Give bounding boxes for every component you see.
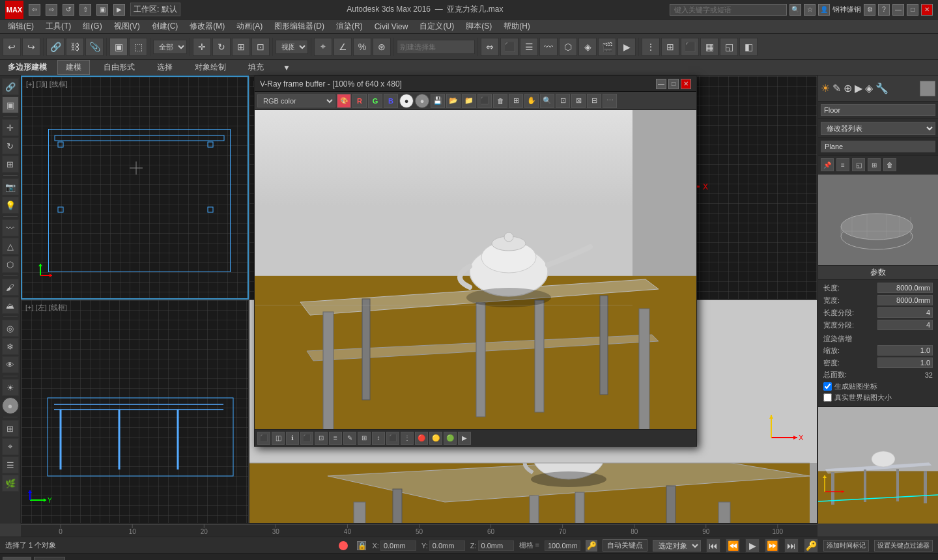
vray-gray-btn[interactable]: ●: [415, 94, 429, 108]
param-lseg-value[interactable]: [877, 307, 933, 318]
lt-move-button[interactable]: ✛: [2, 119, 19, 136]
lt-terrain-button[interactable]: ⛰: [2, 297, 19, 314]
angle-snap-button[interactable]: ∠: [334, 38, 352, 56]
sub-icon-1[interactable]: ▼: [283, 63, 291, 72]
lt-shape-button[interactable]: △: [2, 238, 19, 255]
search-input[interactable]: [670, 4, 787, 16]
layer-button[interactable]: ☰: [520, 38, 538, 56]
lt-geo-button[interactable]: ⬡: [2, 256, 19, 273]
tab-modeling[interactable]: 建模: [57, 60, 90, 75]
task-mat-tab[interactable]: 材... ✕: [34, 557, 65, 561]
right-mini-viewport[interactable]: [818, 406, 938, 524]
vray-color-btn[interactable]: 🎨: [337, 94, 351, 108]
extra-btn-1[interactable]: ⋮: [642, 38, 660, 56]
vb-btn-10[interactable]: ⬛: [386, 432, 399, 445]
set-key-filter-button[interactable]: 设置关键点过滤器: [874, 540, 933, 552]
play-btn-prev[interactable]: ⏪: [726, 539, 740, 553]
param-wseg-value[interactable]: [877, 320, 933, 330]
vb-btn-3[interactable]: ℹ: [286, 432, 299, 445]
bind-button[interactable]: 📎: [85, 38, 104, 56]
viewport-top[interactable]: [+] [顶] [线框]: [21, 76, 249, 300]
menu-render[interactable]: 渲染(R): [331, 20, 368, 33]
vb-btn-1[interactable]: ⬛: [257, 432, 270, 445]
star-button[interactable]: ☆: [804, 4, 816, 16]
y-input[interactable]: [429, 540, 465, 551]
align-button[interactable]: ⬛: [500, 38, 519, 56]
param-density-value[interactable]: [877, 357, 933, 368]
play-btn-play[interactable]: ▶: [745, 539, 760, 553]
vray-pixel-btn[interactable]: ⊟: [587, 94, 601, 108]
search-button[interactable]: 🔍: [789, 4, 801, 16]
unlink-button[interactable]: ⛓: [66, 38, 84, 56]
menu-graph-editor[interactable]: 图形编辑器(D): [269, 20, 330, 33]
menu-edit[interactable]: 编辑(E): [3, 20, 39, 33]
vb-btn-14[interactable]: 🟢: [444, 432, 457, 445]
lt-rotate-button[interactable]: ↻: [2, 137, 19, 154]
vb-btn-12[interactable]: 🔴: [415, 432, 428, 445]
rp-copy-btn[interactable]: ⊞: [868, 158, 881, 171]
select-link-button[interactable]: 🔗: [46, 38, 64, 56]
selection-filter-select[interactable]: 选定对象: [653, 540, 701, 552]
rp-del-btn[interactable]: 🗑: [883, 158, 896, 171]
menu-help[interactable]: 帮助(H): [498, 20, 535, 33]
grid-value-input[interactable]: [545, 540, 580, 551]
vb-btn-11[interactable]: ⋮: [401, 432, 414, 445]
menu-modifiers[interactable]: 修改器(M): [184, 20, 230, 33]
extra-btn-2[interactable]: ⊞: [661, 38, 679, 56]
vray-r-btn[interactable]: R: [352, 94, 367, 108]
titlebar-btn-1[interactable]: ⇦: [29, 4, 40, 16]
modifier-list-dropdown[interactable]: 修改器列表: [821, 122, 935, 135]
win-maximize-button[interactable]: □: [907, 4, 918, 16]
vray-stop-btn[interactable]: ⬛: [477, 94, 492, 108]
titlebar-btn-3[interactable]: ↺: [63, 4, 74, 16]
vb-btn-5[interactable]: ⊡: [315, 432, 328, 445]
vb-btn-6[interactable]: ≡: [329, 432, 342, 445]
auto-key-button[interactable]: 自动关键点: [603, 539, 647, 552]
scale-button[interactable]: ⊞: [232, 38, 250, 56]
object-name-field[interactable]: [821, 104, 935, 116]
lt-sun-button[interactable]: ☀: [2, 379, 19, 396]
menu-tools[interactable]: 工具(T): [40, 20, 76, 33]
modifier-plane-item[interactable]: Plane: [821, 141, 935, 152]
lt-camera-button[interactable]: 📷: [2, 178, 19, 195]
vray-fit-btn[interactable]: ⊠: [571, 94, 586, 108]
win-close-button[interactable]: ✕: [921, 4, 933, 16]
rp-pin-btn[interactable]: 📌: [821, 158, 834, 171]
win-minimize-button[interactable]: —: [892, 4, 904, 16]
param-width-value[interactable]: [877, 295, 933, 305]
vray-minimize-btn[interactable]: —: [656, 79, 666, 89]
vray-close-btn[interactable]: ✕: [681, 79, 691, 89]
play-btn-start[interactable]: ⏮: [706, 539, 720, 553]
vb-btn-9[interactable]: ↕: [372, 432, 385, 445]
vray-white-btn[interactable]: ●: [399, 94, 414, 108]
vray-color-select[interactable]: RGB color Alpha Luminance: [257, 94, 335, 107]
lt-light-button[interactable]: 💡: [2, 197, 19, 214]
extra-btn-5[interactable]: ◱: [720, 38, 738, 56]
transform-button[interactable]: ⊡: [251, 38, 270, 56]
titlebar-btn-2[interactable]: ⇨: [46, 4, 57, 16]
menu-customize[interactable]: 自定义(U): [414, 20, 459, 33]
rp-hierarchy-icon[interactable]: ⊕: [844, 82, 852, 94]
rp-motion-icon[interactable]: ▶: [855, 82, 862, 94]
select-button[interactable]: ▣: [109, 38, 128, 56]
vray-pan-btn[interactable]: ✋: [524, 94, 539, 108]
redo-button[interactable]: ↪: [22, 38, 40, 56]
lt-spline-button[interactable]: 〰: [2, 219, 19, 236]
vray-maximize-btn[interactable]: □: [668, 79, 679, 89]
snap-toggle-button[interactable]: ⌖: [314, 38, 332, 56]
vb-btn-7[interactable]: ✎: [343, 432, 356, 445]
vray-g-btn[interactable]: G: [368, 94, 382, 108]
selection-filter-dropdown[interactable]: 全部: [153, 40, 187, 54]
lt-select-button[interactable]: ▣: [2, 96, 19, 113]
vray-more-btn[interactable]: ⋯: [603, 94, 617, 108]
play-btn-next[interactable]: ⏩: [765, 539, 779, 553]
curve-button[interactable]: 〰: [539, 38, 558, 56]
rp-light-icon[interactable]: ☀: [821, 82, 830, 94]
mirror-button[interactable]: ⇔: [481, 38, 499, 56]
viewport-left[interactable]: [+] [左] [线框] Y: [21, 300, 249, 524]
rp-color-swatch[interactable]: [920, 81, 935, 96]
vray-save-btn[interactable]: 💾: [431, 94, 445, 108]
rp-display-icon[interactable]: ◈: [865, 82, 873, 94]
lt-hide-button[interactable]: 👁: [2, 356, 19, 373]
lt-isolate-button[interactable]: ◎: [2, 320, 19, 337]
